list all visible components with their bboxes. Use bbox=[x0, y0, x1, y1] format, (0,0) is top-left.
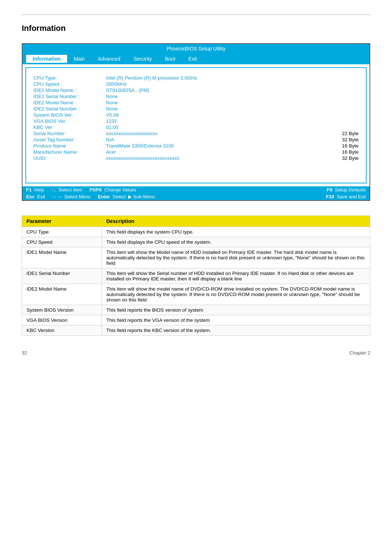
desc-ide2-model: This item will show the model name of DV… bbox=[102, 284, 370, 305]
desc-ide1-serial: This item will show the Serial number of… bbox=[102, 268, 370, 284]
bios-value-manufacturer: Acer bbox=[106, 149, 330, 155]
bios-nav-information[interactable]: Information bbox=[26, 55, 67, 63]
bios-row-asset: Asset Tag Number N/A 32 Byte bbox=[33, 137, 359, 142]
chapter-label: Chapter 2 bbox=[350, 350, 370, 356]
desc-vgabios: This field reports the VGA version of th… bbox=[102, 315, 370, 325]
top-rule bbox=[22, 15, 370, 15]
bios-label-sysbios: System BIOS Ver: bbox=[33, 112, 106, 118]
bios-label-cpu-type: CPU Type : bbox=[33, 75, 106, 81]
bios-value-produce: TravelMate 3300/Extensa 3100 bbox=[106, 143, 330, 149]
table-row: VGA BIOS Version This field reports the … bbox=[22, 315, 370, 325]
bios-label-manufacturer: Manufacturer Name: bbox=[33, 149, 106, 155]
bios-value-ide1-model: ST9100825A - (PM) bbox=[106, 88, 330, 93]
bios-byte-uuid: 32 Byte bbox=[330, 155, 359, 161]
bios-row-ide1-model: IDE1 Model Name : ST9100825A - (PM) bbox=[33, 88, 359, 93]
footer-key-esc: Esc Exit bbox=[26, 194, 45, 199]
desc-cpu-speed: This field displays the CPU speed of the… bbox=[102, 237, 370, 247]
page-title: Information bbox=[22, 24, 370, 33]
bios-screen: PhoenixBIOS Setup Utility Information Ma… bbox=[22, 43, 370, 201]
bios-label-produce: Produce Name bbox=[33, 143, 106, 149]
param-cpu-type: CPU Type bbox=[22, 227, 102, 237]
table-row: System BIOS Version This field reports t… bbox=[22, 305, 370, 315]
desc-cpu-type: This field displays the system CPU type. bbox=[102, 227, 370, 237]
bios-byte-asset: 32 Byte bbox=[330, 137, 359, 142]
bios-value-asset: N/A bbox=[106, 137, 330, 142]
table-row: CPU Speed This field displays the CPU sp… bbox=[22, 237, 370, 247]
bios-title-bar: PhoenixBIOS Setup Utility bbox=[23, 44, 369, 53]
footer-key-updown: ↑↓ Select Item bbox=[51, 187, 82, 193]
bios-label-uuid: UUID: bbox=[33, 155, 106, 161]
bios-label-vgabios: VGA BIOS Ver bbox=[33, 118, 106, 124]
table-row: IDE2 Model Name This item will show the … bbox=[22, 284, 370, 305]
bios-footer-line1: F1 Help ↑↓ Select Item F5/F6 Change Valu… bbox=[23, 186, 369, 193]
footer-key-f10: F10 Save and Exit bbox=[326, 194, 366, 199]
bios-nav-main[interactable]: Main bbox=[67, 55, 91, 63]
bios-value-ide2-model: None bbox=[106, 100, 330, 105]
desc-kbc: This field reports the KBC version of th… bbox=[102, 325, 370, 336]
bios-nav-advanced[interactable]: Advanced bbox=[91, 55, 127, 63]
bios-row-cpu-type: CPU Type : Intel (R) Pentium (R) M proce… bbox=[33, 75, 359, 81]
desc-table-header-desc: Description bbox=[102, 216, 370, 227]
table-row: IDE1 Serial Number This item will show t… bbox=[22, 268, 370, 284]
page-footer: 32 Chapter 2 bbox=[22, 350, 370, 356]
footer-key-f5f6: F5/F6 Change Values bbox=[89, 187, 136, 193]
bios-byte-serial: 22 Byte bbox=[330, 131, 359, 136]
param-sysbios: System BIOS Version bbox=[22, 305, 102, 315]
bios-row-ide2-model: IDE2 Model Name : None bbox=[33, 100, 359, 105]
bios-row-produce: Produce Name TravelMate 3300/Extensa 310… bbox=[33, 143, 359, 149]
param-ide2-model: IDE2 Model Name bbox=[22, 284, 102, 305]
bios-label-asset: Asset Tag Number bbox=[33, 137, 106, 142]
bios-value-sysbios: V0.08 bbox=[106, 112, 330, 118]
bios-row-cpu-speed: CPU Speed : 2000MHz bbox=[33, 81, 359, 87]
desc-table-header-param: Parameter bbox=[22, 216, 102, 227]
bios-byte-produce: 16 Byte bbox=[330, 143, 359, 149]
bios-row-manufacturer: Manufacturer Name: Acer 16 Byte bbox=[33, 149, 359, 155]
footer-key-enter: Enter Select ▶ Sub-Menu bbox=[98, 194, 155, 199]
bios-info-table: CPU Type : Intel (R) Pentium (R) M proce… bbox=[33, 75, 359, 161]
bios-footer: F1 Help ↑↓ Select Item F5/F6 Change Valu… bbox=[23, 186, 369, 200]
bios-row-uuid: UUID: xxxxxxxxxxxxxxxxxxxxxxxxxxxxxx 32 … bbox=[33, 155, 359, 161]
bios-label-cpu-speed: CPU Speed : bbox=[33, 81, 106, 87]
table-row: KBC Version This field reports the KBC v… bbox=[22, 325, 370, 336]
bios-row-sysbios: System BIOS Ver: V0.08 bbox=[33, 112, 359, 118]
footer-key-f1: F1 Help bbox=[26, 187, 44, 193]
desc-sysbios: This field reports the BIOS version of s… bbox=[102, 305, 370, 315]
bios-label-ide1-model: IDE1 Model Name : bbox=[33, 88, 106, 93]
bios-nav-security[interactable]: Security bbox=[127, 55, 159, 63]
bios-nav: Information Main Advanced Security Boot … bbox=[23, 53, 369, 64]
bios-label-ide2-model: IDE2 Model Name : bbox=[33, 100, 106, 105]
param-ide1-serial: IDE1 Serial Number bbox=[22, 268, 102, 284]
desc-ide1-model: This item will show the Model name of HD… bbox=[102, 247, 370, 268]
bios-byte-manufacturer: 16 Byte bbox=[330, 149, 359, 155]
param-vgabios: VGA BIOS Version bbox=[22, 315, 102, 325]
param-ide1-model: IDE1 Model Name bbox=[22, 247, 102, 268]
bios-value-ide1-serial: None bbox=[106, 94, 330, 99]
description-table: Parameter Description CPU Type This fiel… bbox=[22, 215, 370, 336]
bios-nav-exit[interactable]: Exit bbox=[182, 55, 203, 63]
bios-value-cpu-speed: 2000MHz bbox=[106, 81, 330, 87]
bios-footer-line2: Esc Exit ←→ Select Menu Enter Select ▶ S… bbox=[23, 193, 369, 200]
bios-value-serial: xxxxxxxxxxxxxxxxxxxxx bbox=[106, 131, 330, 136]
bios-value-uuid: xxxxxxxxxxxxxxxxxxxxxxxxxxxxxx bbox=[106, 155, 330, 161]
bios-label-ide2-serial: IDE2 Serial Number : bbox=[33, 106, 106, 112]
bios-content: CPU Type : Intel (R) Pentium (R) M proce… bbox=[25, 67, 367, 183]
bios-row-ide1-serial: IDE1 Serial Number : None bbox=[33, 94, 359, 99]
bios-label-ide1-serial: IDE1 Serial Number : bbox=[33, 94, 106, 99]
footer-key-f9: F9 Setup Defaults bbox=[327, 187, 366, 193]
bios-row-serial: Serial Number xxxxxxxxxxxxxxxxxxxxx 22 B… bbox=[33, 131, 359, 136]
footer-key-leftright: ←→ Select Menu bbox=[52, 194, 91, 199]
bios-label-serial: Serial Number bbox=[33, 131, 106, 136]
bios-value-vgabios: 1232 bbox=[106, 118, 330, 124]
param-cpu-speed: CPU Speed bbox=[22, 237, 102, 247]
bios-label-kbc: KBC Ver bbox=[33, 125, 106, 130]
table-row: CPU Type This field displays the system … bbox=[22, 227, 370, 237]
bios-value-ide2-serial: None bbox=[106, 106, 330, 112]
bios-value-kbc: 01.00 bbox=[106, 125, 330, 130]
page-number: 32 bbox=[22, 350, 27, 356]
bios-row-kbc: KBC Ver 01.00 bbox=[33, 125, 359, 130]
bios-row-ide2-serial: IDE2 Serial Number : None bbox=[33, 106, 359, 112]
param-kbc: KBC Version bbox=[22, 325, 102, 336]
table-row: IDE1 Model Name This item will show the … bbox=[22, 247, 370, 268]
bios-value-cpu-type: Intel (R) Pentium (R) M processor 2.0GHz bbox=[106, 75, 330, 81]
bios-nav-boot[interactable]: Boot bbox=[158, 55, 182, 63]
